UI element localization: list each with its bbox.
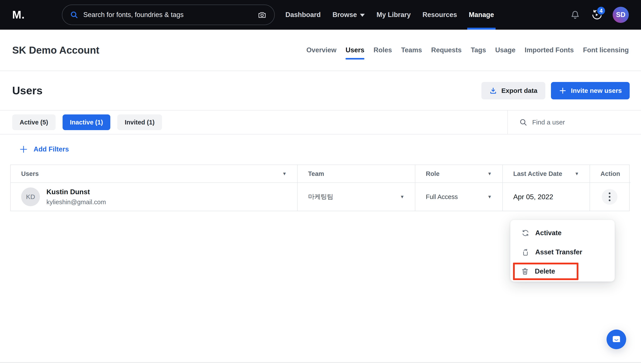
export-data-button[interactable]: Export data bbox=[482, 82, 545, 100]
avatar: KD bbox=[21, 188, 40, 206]
tab-imported-fonts[interactable]: Imported Fonts bbox=[524, 30, 574, 71]
camera-search-icon[interactable] bbox=[257, 10, 267, 20]
nav-browse[interactable]: Browse bbox=[326, 0, 371, 30]
role-cell-dropdown[interactable]: Full Access ▼ bbox=[415, 183, 503, 211]
menu-item-activate[interactable]: Activate bbox=[510, 224, 614, 242]
filter-band: Active (5) Inactive (1) Invited (1) bbox=[0, 110, 641, 134]
plus-icon bbox=[559, 87, 567, 94]
notifications-button[interactable] bbox=[570, 10, 580, 20]
add-filters-button[interactable]: Add Filters bbox=[19, 145, 69, 154]
tab-overview[interactable]: Overview bbox=[306, 30, 336, 71]
column-header-team: Team bbox=[298, 165, 415, 183]
user-cell: KD Kustin Dunst kylieshin@gmail.com bbox=[11, 183, 298, 211]
account-title: SK Demo Account bbox=[12, 44, 100, 56]
tab-requests[interactable]: Requests bbox=[431, 30, 462, 71]
column-header-users: Users ▼ bbox=[11, 165, 298, 183]
pill-invited[interactable]: Invited (1) bbox=[117, 114, 162, 130]
user-name: Kustin Dunst bbox=[46, 188, 106, 196]
pill-inactive[interactable]: Inactive (1) bbox=[62, 114, 110, 130]
last-active-date: Apr 05, 2022 bbox=[513, 193, 553, 201]
tab-teams[interactable]: Teams bbox=[401, 30, 422, 71]
nav-resources[interactable]: Resources bbox=[417, 0, 463, 30]
nav-manage[interactable]: Manage bbox=[463, 0, 500, 30]
find-user-search[interactable] bbox=[508, 110, 641, 134]
user-avatar[interactable]: SD bbox=[613, 7, 629, 23]
nav-dashboard[interactable]: Dashboard bbox=[280, 0, 326, 30]
page-header: Users Export data Invite new users bbox=[0, 71, 641, 110]
invite-new-users-button[interactable]: Invite new users bbox=[551, 82, 630, 100]
notification-count-badge: 4 bbox=[596, 6, 606, 15]
chevron-down-icon bbox=[360, 14, 365, 17]
row-actions-menu: Activate Asset Transfer Delete bbox=[510, 220, 615, 282]
chat-bubble-icon bbox=[611, 334, 622, 345]
topbar-actions: 4 SD bbox=[570, 7, 629, 23]
plus-icon bbox=[19, 145, 28, 154]
app-root: M. Dashboard Browse My bbox=[0, 0, 641, 364]
column-header-action: Action bbox=[590, 165, 630, 183]
column-header-last-active-date: Last Active Date ▼ bbox=[503, 165, 590, 183]
column-header-role: Role ▼ bbox=[415, 165, 503, 183]
sync-icon bbox=[521, 229, 530, 237]
top-navigation-bar: M. Dashboard Browse My bbox=[0, 0, 641, 30]
page-actions: Export data Invite new users bbox=[482, 82, 630, 100]
download-icon bbox=[489, 87, 497, 94]
trash-icon bbox=[521, 267, 529, 276]
transfer-icon bbox=[521, 248, 530, 256]
dropdown-caret-icon: ▼ bbox=[400, 194, 404, 200]
search-input[interactable] bbox=[83, 11, 252, 19]
table-header-row: Users ▼ Team Role ▼ Last Active Date ▼ A… bbox=[11, 165, 629, 183]
role-value: Full Access bbox=[426, 193, 458, 200]
activity-history-button[interactable]: 4 bbox=[591, 9, 602, 20]
primary-nav: Dashboard Browse My Library Resources Ma… bbox=[280, 0, 500, 30]
sort-caret-icon[interactable]: ▼ bbox=[487, 171, 492, 176]
account-header: SK Demo Account Overview Users Roles Tea… bbox=[0, 30, 641, 71]
table-row: KD Kustin Dunst kylieshin@gmail.com 마케팅팀… bbox=[11, 183, 629, 211]
sort-caret-icon[interactable]: ▼ bbox=[574, 171, 579, 176]
menu-item-delete[interactable]: Delete bbox=[513, 263, 578, 280]
bell-icon bbox=[570, 10, 580, 20]
dropdown-caret-icon: ▼ bbox=[487, 194, 492, 200]
users-table: Users ▼ Team Role ▼ Last Active Date ▼ A… bbox=[10, 164, 630, 211]
team-value: 마케팅팀 bbox=[308, 192, 333, 201]
sort-caret-icon[interactable]: ▼ bbox=[282, 171, 287, 176]
pill-active[interactable]: Active (5) bbox=[12, 114, 56, 130]
account-tabs: Overview Users Roles Teams Requests Tags… bbox=[306, 30, 629, 71]
team-cell-dropdown[interactable]: 마케팅팀 ▼ bbox=[298, 183, 415, 211]
action-cell bbox=[590, 183, 629, 211]
last-active-cell: Apr 05, 2022 bbox=[503, 183, 590, 211]
tab-usage[interactable]: Usage bbox=[495, 30, 516, 71]
tab-users[interactable]: Users bbox=[346, 30, 364, 71]
nav-my-library[interactable]: My Library bbox=[371, 0, 417, 30]
tab-roles[interactable]: Roles bbox=[374, 30, 392, 71]
status-filter-pills: Active (5) Inactive (1) Invited (1) bbox=[0, 110, 508, 134]
row-actions-kebab-button[interactable] bbox=[602, 189, 618, 205]
user-email: kylieshin@gmail.com bbox=[46, 198, 106, 206]
search-icon bbox=[70, 10, 78, 19]
menu-item-asset-transfer[interactable]: Asset Transfer bbox=[510, 242, 614, 262]
tab-tags[interactable]: Tags bbox=[471, 30, 486, 71]
search-icon bbox=[519, 118, 528, 126]
tab-font-licensing[interactable]: Font licensing bbox=[583, 30, 629, 71]
global-search[interactable] bbox=[62, 4, 275, 25]
monotype-logo[interactable]: M. bbox=[12, 8, 62, 21]
window-bottom-edge bbox=[0, 362, 641, 363]
find-user-input[interactable] bbox=[532, 118, 630, 126]
page-title: Users bbox=[12, 84, 42, 97]
chat-launcher-button[interactable] bbox=[606, 330, 626, 349]
